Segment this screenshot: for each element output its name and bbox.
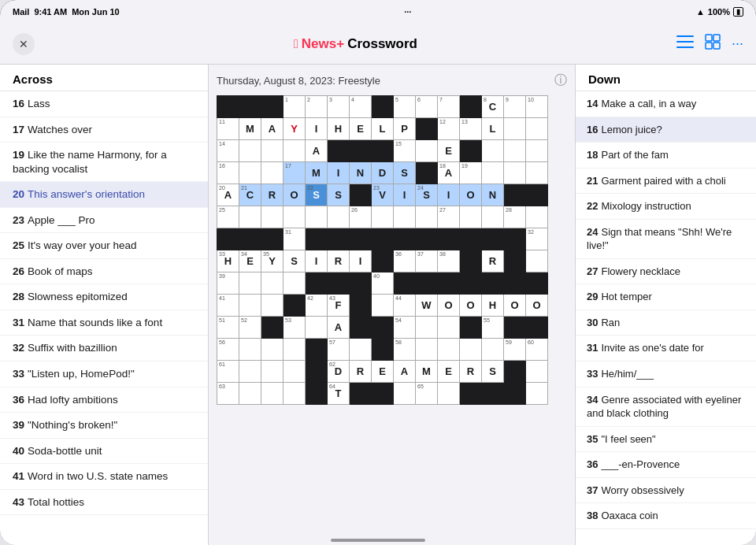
cell-r10c6[interactable]: 43F (328, 295, 350, 317)
across-clue-25[interactable]: 25It's way over your head (0, 233, 208, 259)
cell-r2c14[interactable] (504, 118, 526, 140)
cell-r3c3[interactable] (261, 140, 284, 162)
cell-r10c8[interactable] (372, 295, 394, 317)
down-clue-38[interactable]: 38Oaxaca coin (576, 503, 756, 529)
cell-r8c9[interactable]: 36 (394, 250, 416, 272)
cell-r3c12[interactable] (460, 140, 482, 162)
cell-r13c15[interactable] (526, 361, 548, 383)
cell-r3c2[interactable] (239, 140, 261, 162)
cell-r14c14[interactable] (504, 383, 526, 405)
cell-r8c11[interactable]: 38 (438, 250, 460, 272)
cell-r11c5[interactable] (306, 317, 328, 339)
cell-r7c7[interactable] (350, 228, 372, 250)
cell-r13c8[interactable]: E (372, 361, 394, 383)
cell-r2c11[interactable]: 12 (438, 118, 460, 140)
cell-r7c6[interactable] (328, 228, 350, 250)
cell-r10c11[interactable]: O (438, 295, 460, 317)
cell-r7c5[interactable] (306, 228, 328, 250)
down-clue-34[interactable]: 34Genre associated with eyeliner and bla… (576, 387, 756, 427)
down-clue-35[interactable]: 35"I feel seen" (576, 427, 756, 453)
cell-r11c7[interactable] (350, 317, 372, 339)
cell-r2c7[interactable]: E (350, 118, 372, 140)
across-clue-43[interactable]: 43Total hotties (0, 490, 208, 516)
cell-r12c10[interactable] (416, 339, 438, 361)
cell-r10c7[interactable] (350, 295, 372, 317)
cell-r13c9[interactable]: A (394, 361, 416, 383)
cell-r3c13[interactable] (482, 140, 504, 162)
cell-r3c10[interactable] (416, 140, 438, 162)
cell-r9c14[interactable] (504, 272, 526, 295)
cell-r8c1[interactable]: 33H (217, 250, 239, 272)
cell-r9c11[interactable] (438, 272, 460, 295)
cell-r11c3[interactable] (261, 317, 284, 339)
cell-r2c8[interactable]: L (372, 118, 394, 140)
cell-r12c4[interactable] (284, 339, 306, 361)
cell-r2c12[interactable]: 13 (460, 118, 482, 140)
down-clue-33[interactable]: 33He/him/___ (576, 361, 756, 387)
cell-r1c14[interactable]: 9 (504, 96, 526, 118)
cell-r6c9[interactable] (394, 206, 416, 228)
cell-r13c4[interactable] (284, 361, 306, 383)
cell-r10c2[interactable] (239, 295, 261, 317)
cell-r9c15[interactable] (526, 272, 548, 295)
cell-r3c1[interactable]: 14 (217, 140, 239, 162)
cell-r6c1[interactable]: 25 (217, 206, 239, 228)
cell-r6c11[interactable]: 27 (438, 206, 460, 228)
cell-r12c14[interactable]: 59 (504, 339, 526, 361)
cell-r1c1[interactable] (217, 96, 239, 118)
cell-r4c2[interactable] (239, 162, 261, 184)
cell-r8c6[interactable]: R (328, 250, 350, 272)
cell-r14c8[interactable] (372, 383, 394, 405)
across-clue-31[interactable]: 31Name that sounds like a font (0, 310, 208, 336)
cell-r10c1[interactable]: 41 (217, 295, 239, 317)
cell-r8c7[interactable]: I (350, 250, 372, 272)
cell-r6c3[interactable] (261, 206, 284, 228)
cell-r1c9[interactable]: 5 (394, 96, 416, 118)
cell-r6c15[interactable] (526, 206, 548, 228)
cell-r1c8[interactable] (372, 96, 394, 118)
across-clue-23[interactable]: 23Apple ___ Pro (0, 208, 208, 234)
cell-r8c3[interactable]: 35Y (261, 250, 284, 272)
cell-r1c5[interactable]: 2 (306, 96, 328, 118)
cell-r14c15[interactable] (526, 383, 548, 405)
cell-r6c14[interactable]: 28 (504, 206, 526, 228)
cell-r3c7[interactable] (350, 140, 372, 162)
cell-r4c15[interactable] (526, 162, 548, 184)
across-clue-39[interactable]: 39"Nothing's broken!" (0, 413, 208, 439)
cell-r2c6[interactable]: H (328, 118, 350, 140)
grid-view-button[interactable] (705, 34, 721, 54)
more-button[interactable]: ··· (732, 35, 743, 52)
across-clue-33[interactable]: 33"Listen up, HomePod!" (0, 361, 208, 387)
cell-r13c3[interactable] (261, 361, 284, 383)
across-clue-17[interactable]: 17Watches over (0, 117, 208, 143)
down-clue-22[interactable]: 22Mixology instruction (576, 194, 756, 220)
cell-r10c15[interactable]: O (526, 295, 548, 317)
cell-r4c9[interactable]: S (394, 162, 416, 184)
cell-r1c11[interactable]: 7 (438, 96, 460, 118)
cell-r1c4[interactable]: 1 (284, 96, 306, 118)
cell-r7c15[interactable]: 32 (526, 228, 548, 250)
cell-r13c11[interactable]: E (438, 361, 460, 383)
cell-r4c1[interactable]: 16 (217, 162, 239, 184)
cell-r9c6[interactable] (328, 272, 350, 295)
cell-r14c12[interactable] (460, 383, 482, 405)
cell-r14c11[interactable] (438, 383, 460, 405)
across-clue-32[interactable]: 32Suffix with bazillion (0, 336, 208, 361)
cell-r6c7[interactable]: 26 (350, 206, 372, 228)
cell-r5c14[interactable] (504, 184, 526, 206)
cell-r7c11[interactable] (438, 228, 460, 250)
cell-r3c4[interactable] (284, 140, 306, 162)
cell-r5c1[interactable]: 20A (217, 184, 239, 206)
cell-r7c1[interactable] (217, 228, 239, 250)
cell-r11c1[interactable]: 51 (217, 317, 239, 339)
cell-r9c4[interactable] (284, 272, 306, 295)
down-clue-31[interactable]: 31Invite as one's date for (576, 336, 756, 361)
cell-r13c12[interactable]: R (460, 361, 482, 383)
down-clue-18[interactable]: 18Part of the fam (576, 143, 756, 169)
cell-r8c15[interactable] (526, 250, 548, 272)
cell-r14c2[interactable] (239, 383, 261, 405)
cell-r4c14[interactable] (504, 162, 526, 184)
cell-r7c2[interactable] (239, 228, 261, 250)
cell-r4c8[interactable]: D (372, 162, 394, 184)
cell-r9c5[interactable] (306, 272, 328, 295)
